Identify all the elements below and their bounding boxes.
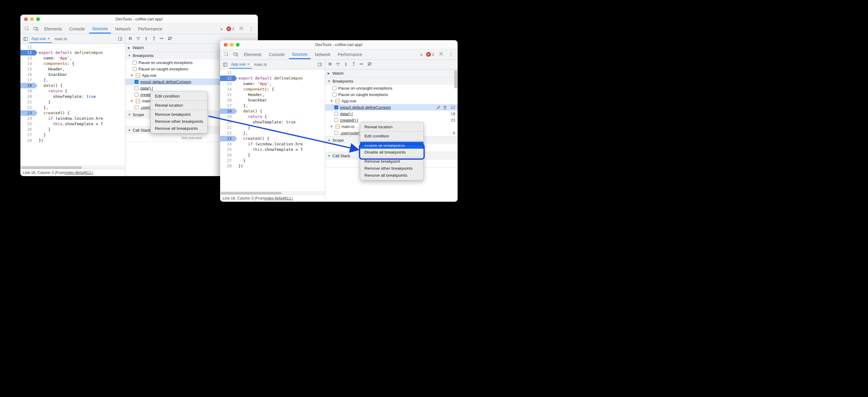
source-map-link[interactable]: index-8bfa4912.j <box>265 196 292 200</box>
tab-console[interactable]: Console <box>66 25 88 33</box>
close-window-icon[interactable] <box>224 43 227 47</box>
ctx-remove-all[interactable]: Remove all breakpoints <box>151 125 207 132</box>
checkbox-unchecked[interactable] <box>134 106 138 109</box>
step-icon[interactable] <box>359 61 364 67</box>
error-badge[interactable]: ✕ 2 <box>225 27 236 31</box>
close-tab-icon[interactable]: ✕ <box>247 62 250 66</box>
file-tab-app-vue[interactable]: App.vue ✕ <box>229 60 252 68</box>
checkbox-unchecked[interactable] <box>334 112 338 116</box>
tab-sources[interactable]: Sources <box>89 24 111 33</box>
settings-icon[interactable] <box>437 51 445 58</box>
more-options-icon[interactable]: ⋮ <box>446 52 455 57</box>
line-gutter[interactable]: 111213141516171819202122232425262728 <box>21 44 35 166</box>
inspect-element-icon[interactable] <box>23 25 31 33</box>
tab-elements[interactable]: Elements <box>41 25 65 33</box>
checkbox-unchecked[interactable] <box>133 67 137 71</box>
step-over-icon[interactable] <box>136 36 141 42</box>
breakpoint-row-2[interactable]: data() {18 <box>325 111 458 117</box>
deactivate-breakpoints-icon[interactable] <box>367 61 372 67</box>
tab-console[interactable]: Console <box>266 50 287 59</box>
tab-network[interactable]: Network <box>312 50 333 59</box>
step-into-icon[interactable] <box>343 61 348 67</box>
ctx-remove-other[interactable]: Remove other breakpoints <box>360 165 424 172</box>
step-out-icon[interactable] <box>351 61 356 67</box>
step-icon[interactable] <box>159 36 164 42</box>
error-badge[interactable]: ✕ 2 <box>425 52 435 57</box>
svg-point-32 <box>353 65 354 66</box>
code-editor[interactable]: 111213141516171819202122232425262728 exp… <box>220 69 325 191</box>
pause-resume-icon[interactable] <box>128 36 133 42</box>
close-window-icon[interactable] <box>24 17 28 21</box>
zoom-window-icon[interactable] <box>36 17 40 21</box>
code-area[interactable]: export default defineCompon name: 'App',… <box>35 44 125 166</box>
close-tab-icon[interactable]: ✕ <box>47 36 50 41</box>
step-over-icon[interactable] <box>336 61 340 67</box>
ctx-remove-breakpoint[interactable]: Remove breakpoint <box>360 158 424 165</box>
checkbox-unchecked[interactable] <box>334 118 338 122</box>
navigator-toggle-icon[interactable] <box>22 36 29 42</box>
more-files-icon[interactable] <box>316 61 323 68</box>
ctx-remove-other[interactable]: Remove other breakpoints <box>151 118 207 125</box>
checkbox-checked[interactable] <box>134 80 138 84</box>
tab-performance[interactable]: Performance <box>135 25 165 33</box>
checkbox-unchecked[interactable] <box>134 93 138 96</box>
device-toolbar-icon[interactable] <box>32 25 40 33</box>
ctx-edit-condition[interactable]: Edit condition <box>360 133 424 140</box>
inspect-element-icon[interactable] <box>222 51 230 58</box>
edit-icon[interactable] <box>436 105 441 110</box>
checkbox-unchecked[interactable] <box>334 131 338 135</box>
code-editor[interactable]: 111213141516171819202122232425262728 exp… <box>21 44 125 166</box>
source-map-link[interactable]: index-8bfa4912.j <box>65 171 93 175</box>
code-area[interactable]: export default defineCompon name: 'App',… <box>235 69 325 191</box>
pause-uncaught-row[interactable]: Pause on uncaught exceptions <box>325 85 458 91</box>
line-gutter[interactable]: 111213141516171819202122232425262728 <box>220 69 235 191</box>
ctx-remove-breakpoint[interactable]: Remove breakpoint <box>151 111 207 118</box>
breakpoint-row-1[interactable]: export default defineCompon 12 <box>325 104 458 111</box>
pause-resume-icon[interactable] <box>328 61 333 67</box>
tab-sources[interactable]: Sources <box>289 50 311 59</box>
ctx-enable-all[interactable]: Enable all breakpoints <box>360 142 424 149</box>
tab-network[interactable]: Network <box>112 25 134 33</box>
ctx-reveal-location[interactable]: Reveal location <box>151 102 207 109</box>
bp-file-group-app[interactable]: ▼<>App.vue <box>325 98 458 104</box>
step-into-icon[interactable] <box>144 36 149 42</box>
minimize-window-icon[interactable] <box>230 43 234 47</box>
checkbox-unchecked[interactable] <box>333 93 336 96</box>
checkbox-checked[interactable] <box>334 106 338 109</box>
more-tabs-icon[interactable]: » <box>418 52 424 57</box>
ctx-reveal-location[interactable]: Reveal location <box>360 123 424 131</box>
minimize-window-icon[interactable] <box>30 17 34 21</box>
file-tab-main-ts[interactable]: main.ts <box>53 35 69 42</box>
file-tab-main-ts[interactable]: main.ts <box>252 61 269 68</box>
expand-icon: ▼ <box>128 54 131 57</box>
trash-icon[interactable] <box>443 105 447 110</box>
more-options-icon[interactable]: ⋮ <box>247 26 255 32</box>
watch-header[interactable]: ▶Watch <box>325 69 458 77</box>
checkbox-unchecked[interactable] <box>333 86 336 90</box>
scrollbar-thumb[interactable] <box>454 70 457 88</box>
breakpoints-header[interactable]: ▼Breakpoints <box>325 77 458 85</box>
deactivate-breakpoints-icon[interactable] <box>167 36 172 42</box>
ctx-disable-all[interactable]: Disable all breakpoints <box>360 149 424 156</box>
debugger-toolbar <box>325 60 458 69</box>
device-toolbar-icon[interactable] <box>232 51 240 58</box>
ctx-edit-condition[interactable]: Edit condition <box>151 93 207 100</box>
file-tab-app-vue[interactable]: App.vue ✕ <box>30 35 52 43</box>
checkbox-unchecked[interactable] <box>134 86 138 90</box>
tab-elements[interactable]: Elements <box>241 50 265 59</box>
tab-performance[interactable]: Performance <box>335 50 365 59</box>
zoom-window-icon[interactable] <box>236 43 240 47</box>
horizontal-scrollbar[interactable] <box>220 191 325 194</box>
navigator-toggle-icon[interactable] <box>222 61 229 68</box>
ctx-remove-all[interactable]: Remove all breakpoints <box>360 172 424 179</box>
settings-icon[interactable] <box>237 26 246 32</box>
step-out-icon[interactable] <box>152 36 156 42</box>
horizontal-scrollbar[interactable] <box>21 166 125 169</box>
scrollbar-thumb[interactable] <box>21 166 82 169</box>
more-tabs-icon[interactable]: » <box>219 26 224 31</box>
more-files-icon[interactable] <box>117 36 123 42</box>
vertical-scrollbar[interactable] <box>454 69 458 202</box>
scrollbar-thumb[interactable] <box>221 192 282 194</box>
pause-caught-row[interactable]: Pause on caught exceptions <box>325 91 458 98</box>
checkbox-unchecked[interactable] <box>133 61 137 64</box>
